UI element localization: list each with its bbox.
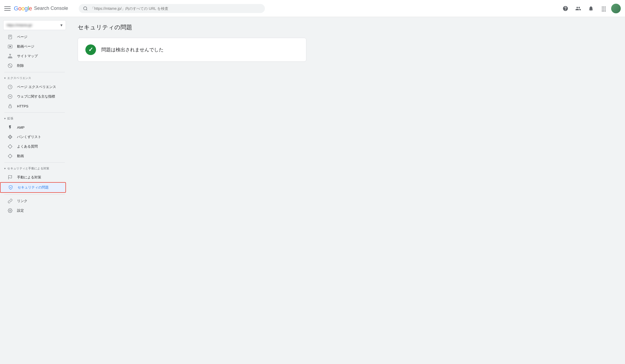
sidebar-item-settings-label: 設定 xyxy=(17,208,24,213)
logo-area: Google Search Console xyxy=(14,5,68,12)
sidebar-item-security-issues[interactable]: セキュリティの問題 xyxy=(0,182,66,193)
svg-marker-23 xyxy=(9,136,11,138)
menu-button[interactable] xyxy=(4,5,11,12)
sidebar-item-video-page-label: 動画ページ xyxy=(17,44,34,49)
header-left: Google Search Console xyxy=(4,5,73,12)
divider-1 xyxy=(4,72,65,72)
sidebar-item-settings[interactable]: 設定 xyxy=(0,206,66,215)
property-selector[interactable]: https://mtame.jp/ ▾ xyxy=(3,20,66,30)
checkmark-icon: ✓ xyxy=(88,46,93,53)
sidebar-item-web-vitals[interactable]: ウェブに関する主な指標 xyxy=(0,92,66,101)
svg-marker-24 xyxy=(8,145,12,149)
app-header: Google Search Console xyxy=(0,0,625,17)
svg-rect-21 xyxy=(9,106,12,108)
links-icon xyxy=(7,198,13,204)
svg-marker-7 xyxy=(10,46,11,47)
account-icon xyxy=(575,6,581,11)
security-section-header[interactable]: ▾ セキュリティと手動による対策 xyxy=(0,164,69,173)
sidebar-item-page-label: ページ xyxy=(17,35,27,39)
sidebar-item-video[interactable]: 動画 xyxy=(0,151,66,161)
app-title: Search Console xyxy=(34,6,68,11)
experience-section-label: エクスペリエンス xyxy=(7,76,31,80)
divider-2 xyxy=(4,112,65,113)
vitals-icon xyxy=(7,94,13,99)
sidebar-item-deletion-label: 削除 xyxy=(17,63,24,68)
sidebar-item-page[interactable]: ページ xyxy=(0,32,66,42)
sitemap-icon xyxy=(7,53,13,59)
video-icon xyxy=(7,153,13,159)
sidebar-item-faq-label: よくある質問 xyxy=(17,144,38,149)
sidebar-item-page-experience[interactable]: ページ エクスペリエンス xyxy=(0,82,66,92)
property-name: https://mtame.jp/ xyxy=(7,23,58,27)
section-arrow-icon3: ▾ xyxy=(4,167,6,170)
sidebar-item-web-vitals-label: ウェブに関する主な指標 xyxy=(17,94,55,99)
svg-rect-8 xyxy=(10,54,11,55)
header-right xyxy=(560,3,621,14)
search-icon xyxy=(83,6,88,11)
grid-icon xyxy=(601,6,607,11)
sidebar-item-security-issues-label: セキュリティの問題 xyxy=(18,185,49,190)
notifications-button[interactable] xyxy=(586,3,596,14)
sidebar-item-manual-action[interactable]: 手動による対策 xyxy=(0,173,66,182)
svg-rect-11 xyxy=(11,57,12,58)
svg-rect-2 xyxy=(9,35,12,39)
bell-icon xyxy=(588,6,594,11)
svg-point-27 xyxy=(10,210,11,211)
section-arrow-icon: ▾ xyxy=(4,77,6,80)
delete-icon xyxy=(7,63,13,68)
svg-line-1 xyxy=(86,9,87,10)
nav-section-extensions: ▾ 拡張 AMP パンくずリスト xyxy=(0,114,69,161)
sidebar-item-sitemap[interactable]: サイトマップ xyxy=(0,51,66,61)
sidebar-item-links[interactable]: リンク xyxy=(0,196,66,206)
sidebar: https://mtame.jp/ ▾ ページ 動画ページ xyxy=(0,17,69,364)
sidebar-item-breadcrumb[interactable]: パンくずリスト xyxy=(0,132,66,142)
sidebar-item-video-page[interactable]: 動画ページ xyxy=(0,42,66,51)
help-button[interactable] xyxy=(560,3,571,14)
svg-rect-10 xyxy=(10,57,11,58)
sidebar-item-amp[interactable]: AMP xyxy=(0,123,66,132)
search-bar[interactable] xyxy=(79,4,265,13)
security-section-label: セキュリティと手動による対策 xyxy=(7,166,49,170)
faq-icon xyxy=(7,144,13,149)
divider-3 xyxy=(4,162,65,163)
shield-icon xyxy=(8,185,13,190)
amp-icon xyxy=(7,125,13,130)
sidebar-item-https-label: HTTPS xyxy=(17,104,28,108)
page-icon xyxy=(7,34,13,40)
status-card: ✓ 問題は検出されませんでした xyxy=(78,38,306,62)
flag-icon xyxy=(7,175,13,180)
search-input[interactable] xyxy=(90,6,261,11)
sidebar-item-breadcrumb-label: パンくずリスト xyxy=(17,135,41,139)
google-logo: Google xyxy=(14,5,32,12)
experience-section-header[interactable]: ▾ エクスペリエンス xyxy=(0,74,69,82)
sidebar-item-manual-action-label: 手動による対策 xyxy=(17,175,41,180)
extensions-section-label: 拡張 xyxy=(7,116,13,120)
video-page-icon xyxy=(7,44,13,49)
section-arrow-icon2: ▾ xyxy=(4,117,6,120)
avatar[interactable] xyxy=(611,4,621,13)
extensions-section-header[interactable]: ▾ 拡張 xyxy=(0,114,69,123)
sidebar-item-deletion[interactable]: 削除 xyxy=(0,61,66,70)
sidebar-item-video-label: 動画 xyxy=(17,154,24,158)
lock-icon xyxy=(7,103,13,109)
help-icon xyxy=(562,6,568,11)
sidebar-item-page-experience-label: ページ エクスペリエンス xyxy=(17,85,56,89)
svg-rect-9 xyxy=(8,57,10,58)
sidebar-item-links-label: リンク xyxy=(17,199,27,203)
sidebar-item-faq[interactable]: よくある質問 xyxy=(0,142,66,151)
sidebar-item-sitemap-label: サイトマップ xyxy=(17,54,38,58)
check-circle: ✓ xyxy=(85,44,96,55)
status-message: 問題は検出されませんでした xyxy=(101,47,164,53)
nav-section-security: ▾ セキュリティと手動による対策 手動による対策 セキュリ xyxy=(0,164,69,193)
app-layout: https://mtame.jp/ ▾ ページ 動画ページ xyxy=(0,17,625,364)
svg-marker-25 xyxy=(8,154,12,158)
nav-section-other: リンク 設定 xyxy=(0,196,69,215)
apps-button[interactable] xyxy=(598,3,609,14)
chevron-down-icon: ▾ xyxy=(60,23,62,28)
avatar-image xyxy=(611,4,621,13)
account-button[interactable] xyxy=(573,3,584,14)
sidebar-item-https[interactable]: HTTPS xyxy=(0,101,66,111)
sidebar-item-amp-label: AMP xyxy=(17,125,24,129)
breadcrumb-icon xyxy=(7,134,13,140)
divider-4 xyxy=(4,194,65,195)
